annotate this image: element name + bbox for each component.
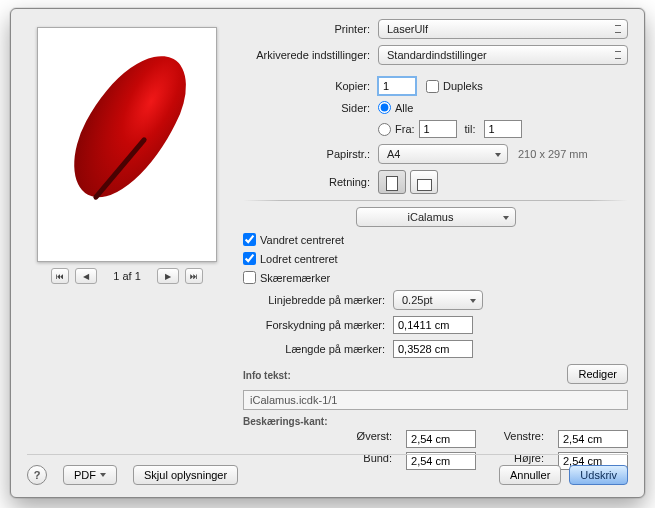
printer-label: Printer: xyxy=(243,23,378,35)
cropmarks-label: Skæremærker xyxy=(260,272,330,284)
orientation-label: Retning: xyxy=(243,176,378,188)
dialog-footer: ? PDF Skjul oplysninger Annuller Udskriv xyxy=(27,454,628,485)
presets-select[interactable]: Standardindstillinger xyxy=(378,45,628,65)
prev-page-button[interactable]: ◀ xyxy=(75,268,97,284)
edit-info-button[interactable]: Rediger xyxy=(567,364,628,384)
preview-column: ⏮ ◀ 1 af 1 ▶ ⏭ xyxy=(27,19,227,470)
duplex-checkbox[interactable] xyxy=(426,80,439,93)
crop-left-input[interactable] xyxy=(558,430,628,448)
paper-label: Papirstr.: xyxy=(243,148,378,160)
center-v-checkbox[interactable] xyxy=(243,252,256,265)
length-input[interactable] xyxy=(393,340,473,358)
preview-content-feather xyxy=(54,46,204,246)
printer-select[interactable]: LaserUlf xyxy=(378,19,628,39)
print-button[interactable]: Udskriv xyxy=(569,465,628,485)
cancel-button[interactable]: Annuller xyxy=(499,465,561,485)
paper-dims: 210 x 297 mm xyxy=(518,148,588,160)
info-text-label: Info tekst: xyxy=(243,370,291,381)
linewidth-label: Linjebredde på mærker: xyxy=(263,294,393,306)
pages-label: Sider: xyxy=(243,102,378,114)
pages-from-label: Fra: xyxy=(395,123,415,135)
last-page-button[interactable]: ⏭ xyxy=(185,268,203,284)
print-options: Printer: LaserUlf Arkiverede indstilling… xyxy=(243,19,628,470)
page-counter: 1 af 1 xyxy=(113,270,141,282)
copies-input[interactable] xyxy=(378,77,416,95)
center-h-checkbox[interactable] xyxy=(243,233,256,246)
pages-to-input[interactable] xyxy=(484,120,522,138)
hide-details-button[interactable]: Skjul oplysninger xyxy=(133,465,238,485)
first-page-button[interactable]: ⏮ xyxy=(51,268,69,284)
pages-from-input[interactable] xyxy=(419,120,457,138)
crop-top-label: Øverst: xyxy=(343,430,392,448)
length-label: Længde på mærker: xyxy=(263,343,393,355)
preview-nav: ⏮ ◀ 1 af 1 ▶ ⏭ xyxy=(27,268,227,284)
linewidth-select[interactable]: 0.25pt xyxy=(393,290,483,310)
cropmarks-checkbox[interactable] xyxy=(243,271,256,284)
center-h-label: Vandret centreret xyxy=(260,234,344,246)
offset-label: Forskydning på mærker: xyxy=(263,319,393,331)
help-button[interactable]: ? xyxy=(27,465,47,485)
next-page-button[interactable]: ▶ xyxy=(157,268,179,284)
pages-all-radio[interactable] xyxy=(378,101,391,114)
orientation-portrait-button[interactable] xyxy=(378,170,406,194)
duplex-label: Dupleks xyxy=(443,80,483,92)
pdf-menu-button[interactable]: PDF xyxy=(63,465,117,485)
center-v-label: Lodret centreret xyxy=(260,253,338,265)
orientation-landscape-button[interactable] xyxy=(410,170,438,194)
crop-left-label: Venstre: xyxy=(490,430,544,448)
print-dialog: ⏮ ◀ 1 af 1 ▶ ⏭ Printer: LaserUlf Arkiver… xyxy=(10,8,645,498)
pages-all-label: Alle xyxy=(395,102,413,114)
copies-label: Kopier: xyxy=(243,80,378,92)
section-select[interactable]: iCalamus xyxy=(356,207,516,227)
crop-edge-head: Beskærings-kant: xyxy=(243,416,628,427)
info-text-value: iCalamus.icdk-1/1 xyxy=(243,390,628,410)
page-preview xyxy=(37,27,217,262)
pages-to-label: til: xyxy=(465,123,476,135)
offset-input[interactable] xyxy=(393,316,473,334)
section-divider xyxy=(243,200,628,201)
pages-range-radio[interactable] xyxy=(378,123,391,136)
presets-label: Arkiverede indstillinger: xyxy=(243,49,378,61)
paper-select[interactable]: A4 xyxy=(378,144,508,164)
crop-top-input[interactable] xyxy=(406,430,476,448)
